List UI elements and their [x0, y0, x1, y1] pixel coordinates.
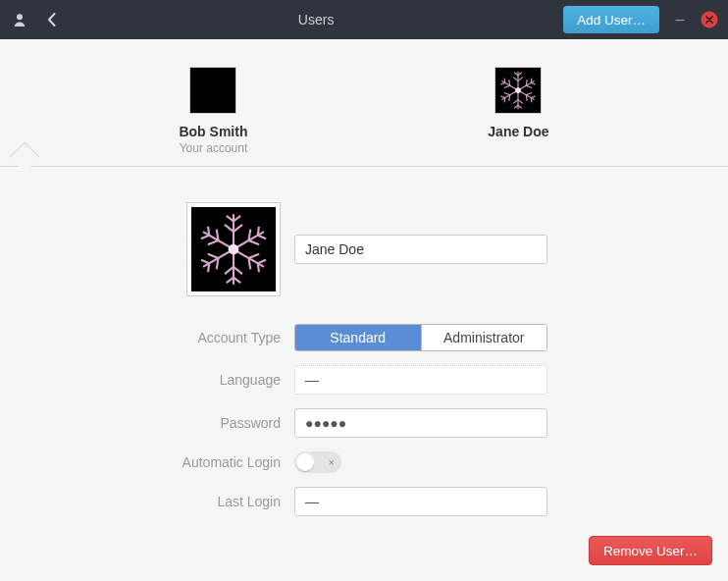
avatar-jane — [494, 67, 542, 114]
minimize-button[interactable]: – — [669, 9, 691, 30]
full-name-input[interactable] — [294, 235, 547, 264]
svg-point-13 — [229, 244, 239, 255]
svg-line-5 — [515, 73, 519, 76]
label-password: Password — [39, 415, 294, 431]
label-auto-login: Automatic Login — [39, 454, 294, 470]
label-last-login: Last Login — [39, 494, 294, 509]
account-type-segmented: Standard Administrator — [294, 324, 547, 351]
svg-line-6 — [518, 73, 522, 76]
footer: Remove User… — [0, 526, 728, 581]
users-window: Users Add User… – Bob Smith Your account… — [0, 0, 728, 581]
avatar-bob — [189, 67, 236, 114]
close-button[interactable] — [701, 11, 718, 28]
last-login-field[interactable] — [294, 487, 547, 516]
svg-point-7 — [516, 87, 522, 93]
language-field[interactable] — [294, 365, 547, 395]
user-accounts-icon — [8, 12, 31, 27]
label-account-type: Account Type — [39, 330, 294, 345]
svg-point-0 — [17, 14, 23, 20]
account-type-standard[interactable]: Standard — [295, 325, 421, 350]
user-detail-form: Account Type Standard Administrator Lang… — [0, 167, 728, 526]
toggle-off-icon: × — [329, 456, 335, 468]
strip-border — [0, 141, 728, 167]
label-language: Language — [39, 372, 294, 388]
avatar-picker[interactable] — [186, 202, 281, 296]
add-user-button[interactable]: Add User… — [563, 6, 659, 33]
titlebar: Users Add User… – — [0, 0, 728, 39]
automatic-login-toggle[interactable]: × — [294, 451, 341, 473]
svg-line-10 — [234, 225, 242, 232]
svg-line-9 — [225, 225, 234, 232]
window-title: Users — [73, 12, 559, 27]
user-list: Bob Smith Your account Jane Doe — [0, 39, 728, 167]
back-button[interactable] — [35, 6, 69, 33]
remove-user-button[interactable]: Remove User… — [589, 536, 712, 565]
password-field[interactable] — [294, 408, 547, 438]
user-name: Bob Smith — [179, 124, 247, 139]
user-name: Jane Doe — [488, 124, 548, 139]
svg-line-3 — [514, 78, 519, 81]
svg-line-4 — [518, 78, 523, 81]
account-type-admin[interactable]: Administrator — [421, 325, 547, 350]
